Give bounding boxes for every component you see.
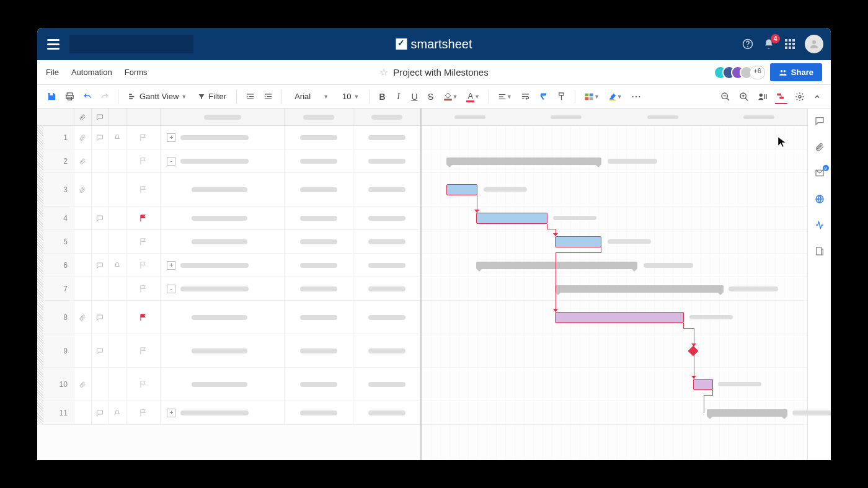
row-number[interactable]: 11: [37, 401, 74, 424]
row-number[interactable]: 5: [37, 230, 74, 253]
table-row[interactable]: 7-: [37, 277, 420, 301]
date-cell[interactable]: [353, 206, 420, 229]
task-name-cell[interactable]: -: [161, 277, 284, 300]
row-reminder-icon[interactable]: [109, 173, 126, 206]
hamburger-menu[interactable]: [45, 35, 62, 53]
rail-publish-icon[interactable]: [813, 193, 826, 205]
column-comments-icon[interactable]: [92, 109, 109, 125]
row-reminder-icon[interactable]: [109, 149, 126, 172]
expand-toggle[interactable]: +: [167, 409, 175, 417]
assignee-icon[interactable]: [754, 88, 771, 105]
row-reminder-icon[interactable]: [109, 368, 126, 401]
row-attachment-icon[interactable]: [74, 126, 92, 149]
settings-gear-icon[interactable]: [791, 88, 808, 105]
row-reminder-icon[interactable]: [109, 126, 126, 149]
row-flag-icon[interactable]: [126, 334, 161, 367]
align-icon[interactable]: ▼: [494, 88, 516, 105]
row-comment-icon[interactable]: [92, 126, 109, 149]
zoom-out-icon[interactable]: [717, 88, 734, 105]
row-reminder-icon[interactable]: [109, 401, 126, 424]
share-button[interactable]: Share: [770, 63, 822, 81]
critical-path-icon[interactable]: [773, 88, 790, 105]
task-name-cell[interactable]: [161, 206, 284, 229]
row-number[interactable]: 10: [37, 368, 74, 401]
row-attachment-icon[interactable]: [74, 334, 92, 367]
task-name-cell[interactable]: [161, 368, 284, 401]
row-reminder-icon[interactable]: [109, 254, 126, 277]
row-flag-icon[interactable]: [126, 173, 161, 206]
row-comment-icon[interactable]: [92, 206, 109, 229]
date-cell[interactable]: [353, 368, 420, 401]
rail-activity-icon[interactable]: [813, 219, 826, 231]
highlight-icon[interactable]: ▼: [604, 88, 626, 105]
grid-body[interactable]: 1+2-3456+7-891011+: [37, 126, 420, 460]
row-comment-icon[interactable]: [92, 254, 109, 277]
row-comment-icon[interactable]: [92, 301, 109, 334]
row-flag-icon[interactable]: [126, 230, 161, 253]
expand-toggle[interactable]: +: [167, 261, 175, 270]
row-comment-icon[interactable]: [92, 173, 109, 206]
apps-launcher-icon[interactable]: [784, 38, 796, 50]
gantt-task-bar[interactable]: [446, 184, 477, 195]
row-reminder-icon[interactable]: [109, 334, 126, 367]
row-number[interactable]: 9: [37, 334, 74, 367]
gantt-task-bar[interactable]: [693, 379, 713, 390]
zoom-in-icon[interactable]: [735, 88, 753, 105]
user-avatar[interactable]: [805, 35, 823, 53]
row-attachment-icon[interactable]: [74, 401, 92, 424]
row-comment-icon[interactable]: [92, 368, 109, 401]
task-name-cell[interactable]: [161, 173, 284, 206]
search-input[interactable]: [69, 35, 193, 53]
wrap-text-icon[interactable]: [517, 88, 534, 105]
row-reminder-icon[interactable]: [109, 230, 126, 253]
italic-icon[interactable]: I: [391, 88, 406, 105]
filter-button[interactable]: Filter: [193, 89, 231, 104]
table-row[interactable]: 9: [37, 334, 420, 368]
date-cell[interactable]: [285, 254, 354, 277]
row-number[interactable]: 3: [37, 173, 74, 206]
row-comment-icon[interactable]: [92, 401, 109, 424]
expand-toggle[interactable]: -: [167, 157, 175, 166]
expand-toggle[interactable]: +: [167, 133, 175, 142]
underline-icon[interactable]: U: [407, 88, 422, 105]
rail-summary-icon[interactable]: [813, 245, 826, 257]
gantt-summary-bar[interactable]: [707, 409, 787, 417]
row-comment-icon[interactable]: [92, 277, 109, 300]
table-row[interactable]: 1+: [37, 126, 420, 149]
row-attachment-icon[interactable]: [74, 230, 92, 253]
row-attachment-icon[interactable]: [74, 301, 92, 334]
clear-format-icon[interactable]: [535, 88, 552, 105]
date-cell[interactable]: [285, 206, 354, 229]
date-cell[interactable]: [353, 173, 420, 206]
row-flag-icon[interactable]: [126, 206, 161, 229]
sheet-title[interactable]: Project with Milestones: [393, 67, 488, 78]
row-attachment-icon[interactable]: [74, 277, 92, 300]
favorite-star-icon[interactable]: ☆: [379, 66, 388, 78]
collaborator-overflow[interactable]: +6: [750, 66, 765, 79]
menu-automation[interactable]: Automation: [71, 68, 112, 77]
rail-proof-icon[interactable]: 9: [813, 167, 826, 179]
row-attachment-icon[interactable]: [74, 149, 92, 172]
task-name-cell[interactable]: [161, 230, 284, 253]
task-name-cell[interactable]: [161, 334, 284, 367]
gantt-summary-bar[interactable]: [555, 285, 724, 293]
date-cell[interactable]: [285, 401, 354, 424]
rail-comments-icon[interactable]: [813, 115, 826, 127]
conditional-format-icon[interactable]: ▼: [580, 88, 603, 105]
table-row[interactable]: 3: [37, 173, 420, 206]
date-cell[interactable]: [353, 401, 420, 424]
help-icon[interactable]: [742, 38, 754, 50]
task-name-cell[interactable]: [161, 301, 284, 334]
table-row[interactable]: 10: [37, 368, 420, 401]
row-number[interactable]: 2: [37, 149, 74, 172]
redo-icon[interactable]: [97, 88, 113, 105]
row-flag-icon[interactable]: [126, 368, 161, 401]
gantt-body[interactable]: [422, 126, 807, 460]
expand-toggle[interactable]: -: [167, 285, 175, 293]
row-reminder-icon[interactable]: [109, 301, 126, 334]
row-reminder-icon[interactable]: [109, 206, 126, 229]
date-cell[interactable]: [353, 230, 420, 253]
undo-icon[interactable]: [79, 88, 95, 105]
date-cell[interactable]: [285, 126, 354, 149]
row-attachment-icon[interactable]: [74, 173, 92, 206]
